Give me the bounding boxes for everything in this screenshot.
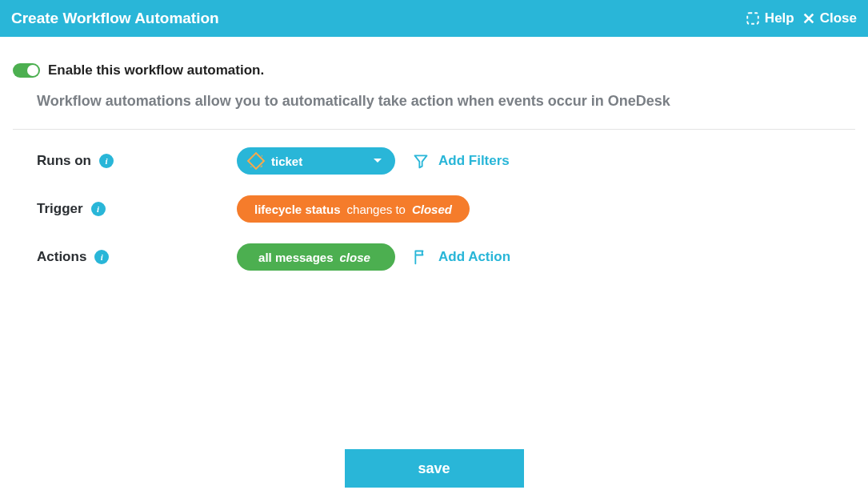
action-pill[interactable]: all messages close bbox=[237, 243, 395, 271]
info-icon[interactable]: i bbox=[99, 154, 114, 168]
content-area: Enable this workflow automation. Workflo… bbox=[0, 37, 868, 271]
actions-label: Actions bbox=[37, 249, 86, 265]
trigger-value: Closed bbox=[412, 203, 452, 216]
trigger-row: Trigger i lifecycle status changes to Cl… bbox=[37, 195, 855, 223]
footer: save bbox=[0, 449, 868, 488]
toggle-knob bbox=[27, 65, 38, 76]
enable-toggle[interactable] bbox=[13, 63, 40, 78]
flag-icon bbox=[413, 249, 429, 265]
runs-on-row: Runs on i ticket Add Filters bbox=[37, 147, 855, 175]
help-icon bbox=[746, 11, 760, 26]
add-filters-button[interactable]: Add Filters bbox=[413, 153, 510, 169]
action-target: all messages bbox=[258, 251, 333, 264]
runs-on-label-group: Runs on i bbox=[37, 153, 237, 169]
actions-label-group: Actions i bbox=[37, 249, 237, 265]
enable-label: Enable this workflow automation. bbox=[48, 62, 264, 78]
close-label: Close bbox=[820, 10, 857, 26]
help-label: Help bbox=[765, 10, 794, 26]
close-button[interactable]: Close bbox=[802, 10, 857, 26]
description-text: Workflow automations allow you to automa… bbox=[13, 93, 855, 110]
close-icon bbox=[802, 12, 815, 25]
runs-on-value: ticket bbox=[271, 155, 302, 168]
info-icon[interactable]: i bbox=[94, 250, 109, 264]
add-action-button[interactable]: Add Action bbox=[413, 249, 510, 265]
enable-row: Enable this workflow automation. bbox=[13, 62, 855, 78]
help-button[interactable]: Help bbox=[746, 10, 794, 26]
runs-on-select[interactable]: ticket bbox=[237, 147, 395, 175]
trigger-label-group: Trigger i bbox=[37, 201, 237, 217]
trigger-label: Trigger bbox=[37, 201, 83, 217]
trigger-pill[interactable]: lifecycle status changes to Closed bbox=[237, 195, 470, 223]
action-value: close bbox=[340, 251, 370, 264]
add-filters-label: Add Filters bbox=[438, 153, 510, 169]
actions-row: Actions i all messages close Add Action bbox=[37, 243, 855, 271]
form-area: Runs on i ticket Add Filters Trigger bbox=[13, 130, 855, 271]
titlebar-title: Create Workflow Automation bbox=[11, 10, 219, 27]
chevron-down-icon bbox=[373, 158, 382, 164]
titlebar-actions: Help Close bbox=[746, 10, 857, 26]
ticket-icon bbox=[247, 152, 266, 171]
trigger-field: lifecycle status bbox=[254, 203, 341, 216]
info-icon[interactable]: i bbox=[91, 202, 106, 216]
save-button[interactable]: save bbox=[345, 449, 524, 488]
filter-icon bbox=[413, 153, 429, 169]
titlebar: Create Workflow Automation Help Close bbox=[0, 0, 868, 37]
runs-on-label: Runs on bbox=[37, 153, 91, 169]
trigger-operator: changes to bbox=[347, 203, 406, 216]
svg-rect-0 bbox=[747, 13, 758, 24]
add-action-label: Add Action bbox=[438, 249, 510, 265]
